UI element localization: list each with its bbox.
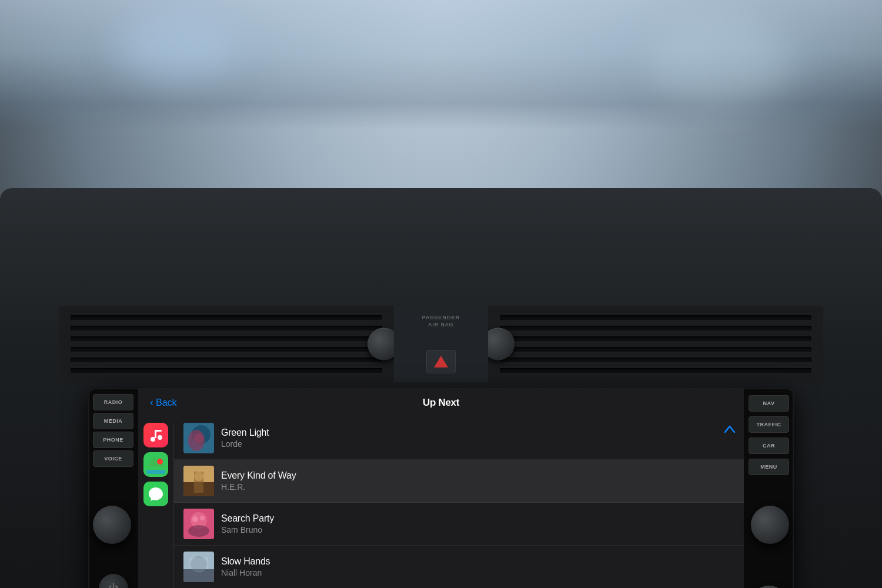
vent-slot — [500, 326, 811, 330]
vent-slot — [500, 347, 811, 352]
power-button[interactable]: ⏻ — [99, 574, 128, 588]
app-sidebar: 9:41 LTE — [138, 417, 173, 588]
vent-slot — [71, 336, 382, 341]
song-info-search-party: Search Party Sam Bruno — [221, 513, 734, 534]
right-controls: NAV TRAFFIC CAR MENU — [744, 388, 794, 588]
svg-point-9 — [194, 433, 203, 443]
power-icon: ⏻ — [108, 583, 119, 589]
vent-slot — [71, 368, 382, 373]
back-label: Back — [156, 397, 177, 408]
vent-knob-right[interactable] — [488, 328, 514, 360]
album-art-green-light — [183, 423, 214, 453]
svg-point-17 — [192, 516, 198, 522]
album-art-every-kind — [183, 466, 214, 496]
song-item-search-party[interactable]: Search Party Sam Bruno — [174, 503, 744, 546]
album-art-visual-3 — [183, 509, 214, 539]
svg-point-1 — [158, 435, 162, 440]
maps-icon-background — [143, 452, 168, 477]
vent-slot — [71, 347, 382, 352]
svg-rect-3 — [155, 430, 162, 432]
song-item-every-kind[interactable]: Every Kind of Way H.E.R. — [174, 460, 744, 503]
album-art-visual-4 — [183, 552, 214, 582]
messages-app-icon[interactable] — [143, 482, 168, 506]
song-item-green-light[interactable]: Green Light Lorde — [174, 417, 744, 460]
blur-blob-1 — [118, 12, 235, 82]
song-list-container: Green Light Lorde — [174, 417, 744, 588]
vent-slot — [500, 358, 811, 362]
maps-app-icon[interactable] — [143, 452, 168, 477]
song-title-every-kind: Every Kind of Way — [221, 470, 734, 481]
airbag-label: PASSENGERAIR BAG — [422, 315, 460, 328]
song-artist-green-light: Lorde — [221, 439, 734, 449]
chevron-up-icon — [724, 425, 736, 433]
svg-point-0 — [151, 437, 155, 442]
song-info-slow-hands: Slow Hands Niall Horan — [221, 556, 734, 577]
carplay-screen: ‹ Back Up Next — [138, 388, 744, 588]
vent-slot — [71, 358, 382, 362]
svg-point-18 — [200, 516, 205, 520]
left-controls: RADIO MEDIA PHONE VOICE ⏻ — [88, 388, 138, 588]
right-knob[interactable] — [751, 506, 789, 544]
voice-button[interactable]: VOICE — [93, 450, 133, 467]
screen-title: Up Next — [423, 397, 459, 409]
media-button[interactable]: MEDIA — [93, 413, 133, 429]
song-info-every-kind: Every Kind of Way H.E.R. — [221, 470, 734, 492]
vent-right — [488, 306, 823, 382]
dashboard: PASSENGERAIR BAG RADIO MEDIA PHONE VOICE… — [0, 188, 882, 588]
traffic-button[interactable]: TRAFFIC — [749, 416, 789, 433]
vent-slot — [71, 326, 382, 330]
phone-button[interactable]: PHONE — [93, 432, 133, 448]
blur-blob-2 — [647, 18, 794, 106]
song-artist-search-party: Sam Bruno — [221, 525, 734, 534]
album-art-search-party — [183, 509, 214, 539]
vent-area: PASSENGERAIR BAG — [59, 306, 823, 382]
scroll-up-button[interactable] — [724, 422, 736, 437]
hazard-button[interactable] — [426, 350, 456, 373]
vent-center: PASSENGERAIR BAG — [394, 306, 488, 382]
screen-header: ‹ Back Up Next — [138, 388, 744, 417]
car-button[interactable]: CAR — [749, 437, 789, 454]
svg-point-13 — [194, 472, 203, 481]
vent-slot — [500, 336, 811, 341]
screen-body: 9:41 LTE — [138, 417, 744, 588]
maps-icon-svg — [143, 452, 168, 477]
hazard-icon — [434, 356, 448, 368]
nav-button[interactable]: NAV — [749, 395, 789, 412]
album-art-visual-2 — [183, 466, 214, 496]
album-art-slow-hands — [183, 552, 214, 582]
messages-icon-background — [143, 482, 168, 506]
music-app-icon[interactable] — [143, 423, 168, 447]
album-art-visual — [183, 423, 214, 453]
menu-button[interactable]: MENU — [749, 459, 789, 475]
svg-point-16 — [188, 525, 209, 537]
left-knob[interactable] — [93, 506, 131, 544]
right-volume-knob[interactable] — [749, 586, 790, 588]
screen-bezel: RADIO MEDIA PHONE VOICE ⏻ ‹ Back Up Next — [88, 388, 794, 588]
music-icon-svg — [148, 427, 163, 443]
song-title-search-party: Search Party — [221, 513, 734, 524]
song-artist-every-kind: H.E.R. — [221, 482, 734, 492]
song-title-slow-hands: Slow Hands — [221, 556, 734, 567]
song-title-green-light: Green Light — [221, 427, 734, 438]
chevron-left-icon: ‹ — [150, 396, 153, 409]
song-info-green-light: Green Light Lorde — [221, 427, 734, 449]
back-button[interactable]: ‹ Back — [150, 396, 177, 409]
song-artist-slow-hands: Niall Horan — [221, 568, 734, 577]
vent-slot — [500, 368, 811, 373]
svg-rect-22 — [189, 557, 208, 569]
song-item-slow-hands[interactable]: Slow Hands Niall Horan — [174, 546, 744, 588]
radio-button[interactable]: RADIO — [93, 394, 133, 410]
vent-knob-left[interactable] — [368, 328, 394, 360]
vent-left — [59, 306, 394, 382]
messages-icon-svg — [148, 486, 164, 502]
vent-slot — [71, 315, 382, 320]
vent-slot — [500, 315, 811, 320]
music-icon-background — [143, 423, 168, 447]
